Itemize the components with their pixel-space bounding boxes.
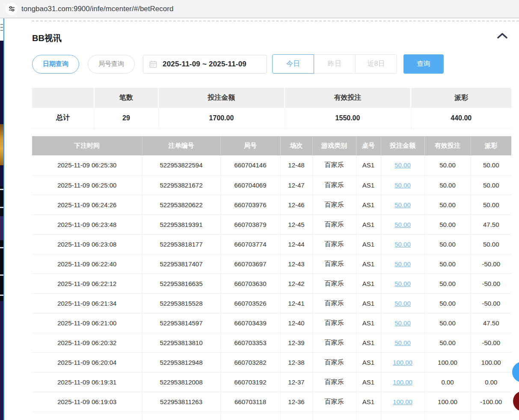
cell-session: 12-42 — [280, 274, 312, 293]
bet-table-header-cell: 场次 — [280, 136, 312, 155]
bet-amount-link[interactable]: 50.00 — [394, 221, 411, 228]
cell-session: 12-47 — [280, 175, 312, 195]
filter-toolbar: 日期查询局号查询 2025-11-09 ~ 2025-11-09 今日昨日近8日… — [32, 54, 444, 74]
cell-bet-time: 2025-11-09 06:21:34 — [32, 293, 142, 313]
bet-amount-link[interactable]: 50.00 — [394, 319, 411, 327]
cell-table-id: AS1 — [356, 254, 381, 274]
cell-bet-amount: 50.00 — [381, 254, 424, 274]
cell-bet-time: 2025-11-09 06:25:30 — [32, 155, 142, 175]
cell-valid-bet — [424, 411, 471, 420]
table-row: 2025-11-09 06:25:00522953821672660704069… — [32, 175, 511, 195]
collapse-button[interactable] — [496, 31, 509, 40]
cell-bet-time: 2025-11-09 06:20:04 — [32, 352, 142, 372]
cell-game-type: 百家乐 — [312, 352, 356, 372]
cell-table-id: AS1 — [356, 352, 381, 372]
cell-payout: 47.50 — [471, 214, 511, 234]
cell-valid-bet: 100.00 — [424, 392, 471, 411]
cell-bet-time: 2025-11-09 06:21:00 — [32, 313, 142, 333]
table-row — [32, 411, 511, 420]
cell-session: 12-40 — [280, 313, 312, 333]
bet-amount-link[interactable]: 100.00 — [393, 398, 412, 405]
quick-range-button[interactable]: 今日 — [272, 54, 314, 74]
cell-bet-id: 522953817407 — [142, 254, 220, 274]
bet-table-header-cell: 注单编号 — [142, 136, 220, 155]
cell-bet-id: 522953814597 — [142, 313, 220, 333]
table-row: 2025-11-09 06:19:03522953811263660703118… — [32, 392, 511, 411]
table-row: 2025-11-09 06:20:32522953813810660703353… — [32, 333, 511, 352]
table-row: 2025-11-09 06:21:34522953815528660703526… — [32, 293, 511, 313]
cell-bet-time: 2025-11-09 06:24:26 — [32, 195, 142, 214]
table-row: 2025-11-09 06:22:12522953816635660703630… — [32, 274, 511, 293]
cell-bet-time: 2025-11-09 06:19:03 — [32, 392, 142, 411]
date-range-input[interactable]: 2025-11-09 ~ 2025-11-09 — [143, 55, 267, 74]
calendar-icon — [149, 60, 157, 68]
cell-payout: 47.50 — [471, 313, 511, 333]
cell-table-id — [356, 411, 381, 420]
cell-payout: -50.00 — [471, 274, 511, 293]
bet-amount-link[interactable]: 50.00 — [394, 339, 411, 346]
bet-amount-link[interactable]: 50.00 — [394, 280, 411, 287]
chevron-up-icon — [497, 32, 508, 39]
cell-bet-time: 2025-11-09 06:22:40 — [32, 254, 142, 274]
table-row: 2025-11-09 06:19:31522953812008660703192… — [32, 372, 511, 392]
cell-valid-bet: 50.00 — [424, 274, 471, 293]
bet-amount-link[interactable]: 50.00 — [394, 161, 411, 169]
cell-payout: 50.00 — [471, 195, 511, 214]
cell-bet-time: 2025-11-09 06:23:48 — [32, 214, 142, 234]
cell-bet-amount: 50.00 — [381, 333, 424, 352]
cell-game-type: 百家乐 — [312, 333, 356, 352]
cell-table-id: AS1 — [356, 274, 381, 293]
cell-session: 12-44 — [280, 234, 312, 254]
quick-range-button[interactable]: 近8日 — [355, 54, 397, 74]
cell-table-id: AS1 — [356, 175, 381, 195]
bet-amount-link[interactable]: 50.00 — [394, 260, 411, 268]
cell-bet-amount: 50.00 — [381, 293, 424, 313]
bet-amount-link[interactable]: 50.00 — [394, 241, 411, 248]
cell-bet-amount: 50.00 — [381, 175, 424, 195]
cell-table-id: AS1 — [356, 195, 381, 214]
cell-valid-bet: 100.00 — [424, 352, 471, 372]
cell-bet-id: 522953811263 — [142, 392, 220, 411]
quick-range-button[interactable]: 昨日 — [314, 54, 356, 74]
bet-amount-link[interactable]: 50.00 — [394, 182, 411, 189]
cell-game-type — [312, 411, 356, 420]
table-row: 2025-11-09 06:22:40522953817407660703697… — [32, 254, 511, 274]
summary-header-cell — [32, 88, 94, 108]
cell-bet-amount: 100.00 — [381, 352, 424, 372]
cell-valid-bet: 50.00 — [424, 293, 471, 313]
cell-bet-id: 522953819391 — [142, 214, 220, 234]
background-window-strip — [0, 18, 3, 420]
cell-payout: 50.00 — [471, 155, 511, 175]
cell-game-type: 百家乐 — [312, 195, 356, 214]
cell-bet-id: 522953815528 — [142, 293, 220, 313]
bet-table-header-cell: 有效投注 — [424, 136, 471, 155]
cell-bet-id: 522953822594 — [142, 155, 220, 175]
cell-bet-id: 522953818177 — [142, 234, 220, 254]
cell-session: 12-45 — [280, 214, 312, 234]
bet-amount-link[interactable]: 100.00 — [393, 378, 412, 386]
bet-table-header-cell: 下注时间 — [32, 136, 142, 155]
date-query-button[interactable]: 日期查询 — [32, 55, 79, 74]
search-button[interactable]: 查询 — [403, 54, 444, 74]
cell-bet-id: 522953812008 — [142, 372, 220, 392]
summary-table: 笔数投注金额有效投注派彩 总计291700.001550.00440.00 — [32, 88, 511, 129]
round-query-button[interactable]: 局号查询 — [88, 55, 135, 74]
bet-amount-link[interactable]: 50.00 — [394, 201, 411, 209]
bet-amount-link[interactable]: 50.00 — [394, 300, 411, 307]
cell-bet-id: 522953820622 — [142, 195, 220, 214]
bet-amount-link[interactable]: 100.00 — [393, 359, 412, 366]
cell-bet-amount: 100.00 — [381, 372, 424, 392]
tune-icon — [9, 6, 15, 12]
cell-table-id: AS1 — [356, 155, 381, 175]
site-settings-button[interactable] — [6, 3, 18, 15]
cell-session: 12-46 — [280, 195, 312, 214]
bet-table-header-cell: 局号 — [220, 136, 280, 155]
cell-payout: 0.00 — [471, 372, 511, 392]
cell-game-type: 百家乐 — [312, 372, 356, 392]
browser-address-bar[interactable]: tongbao31.com:9900/infe/mcenter/#/betRec… — [0, 0, 519, 18]
cell-payout: -50.00 — [471, 254, 511, 274]
summary-total-value: 1550.00 — [285, 108, 411, 128]
cell-game-type: 百家乐 — [312, 234, 356, 254]
cell-valid-bet: 50.00 — [424, 214, 471, 234]
cell-session: 12-36 — [280, 392, 312, 411]
